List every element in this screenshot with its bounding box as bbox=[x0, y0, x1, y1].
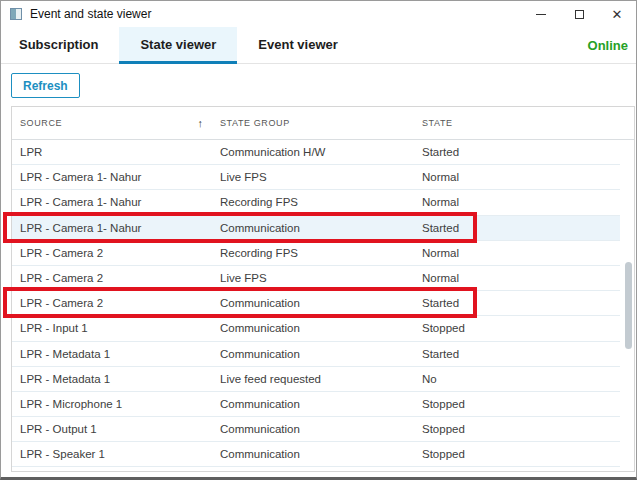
close-button[interactable]: ✕ bbox=[598, 1, 636, 27]
table-body: LPR Communication H/W Started LPR - Came… bbox=[12, 140, 620, 467]
app-icon bbox=[10, 8, 22, 20]
minimize-icon bbox=[536, 14, 546, 15]
cell-state-group: Recording FPS bbox=[212, 196, 414, 208]
cell-state-group: Communication bbox=[212, 398, 414, 410]
cell-state-group: Recording FPS bbox=[212, 247, 414, 259]
state-table: SOURCE ↑ STATE GROUP STATE LPR Communica… bbox=[11, 106, 635, 472]
minimize-button[interactable] bbox=[522, 1, 560, 27]
tab-subscription[interactable]: Subscription bbox=[1, 27, 119, 64]
cell-source: LPR - Microphone 1 bbox=[12, 398, 212, 410]
cell-state-group: Communication H/W bbox=[212, 146, 414, 158]
cell-state: Started bbox=[414, 348, 620, 360]
maximize-icon bbox=[575, 10, 584, 19]
window-title: Event and state viewer bbox=[30, 7, 151, 21]
column-header-state[interactable]: STATE bbox=[414, 118, 634, 128]
cell-source: LPR - Speaker 1 bbox=[12, 448, 212, 460]
table-row[interactable]: LPR - Camera 2 Recording FPS Normal bbox=[12, 241, 620, 266]
sort-ascending-icon: ↑ bbox=[198, 117, 204, 129]
cell-state-group: Communication bbox=[212, 423, 414, 435]
cell-source: LPR - Metadata 1 bbox=[12, 348, 212, 360]
cell-state: Normal bbox=[414, 196, 620, 208]
column-header-state-group[interactable]: STATE GROUP bbox=[212, 118, 414, 128]
cell-state: Normal bbox=[414, 171, 620, 183]
cell-state: Stopped bbox=[414, 448, 620, 460]
cell-state: Started bbox=[414, 222, 620, 234]
cell-state: Stopped bbox=[414, 423, 620, 435]
cell-source: LPR bbox=[12, 146, 212, 158]
cell-source: LPR - Camera 2 bbox=[12, 247, 212, 259]
refresh-button[interactable]: Refresh bbox=[11, 73, 80, 98]
toolbar: Refresh bbox=[1, 64, 636, 106]
maximize-button[interactable] bbox=[560, 1, 598, 27]
tab-event-viewer[interactable]: Event viewer bbox=[237, 27, 359, 64]
cell-state: Stopped bbox=[414, 322, 620, 334]
cell-state-group: Live FPS bbox=[212, 272, 414, 284]
column-header-source[interactable]: SOURCE ↑ bbox=[12, 117, 212, 129]
cell-state: Stopped bbox=[414, 398, 620, 410]
table-row[interactable]: LPR - Metadata 1 Live feed requested No bbox=[12, 367, 620, 392]
table-row[interactable]: LPR Communication H/W Started bbox=[12, 140, 620, 165]
cell-state: Started bbox=[414, 146, 620, 158]
cell-source: LPR - Camera 2 bbox=[12, 297, 212, 309]
cell-state: Started bbox=[414, 297, 620, 309]
cell-state: Normal bbox=[414, 272, 620, 284]
cell-state-group: Communication bbox=[212, 297, 414, 309]
titlebar: Event and state viewer ✕ bbox=[1, 1, 636, 27]
cell-source: LPR - Camera 1- Nahur bbox=[12, 171, 212, 183]
vertical-scrollbar-thumb[interactable] bbox=[625, 262, 632, 349]
event-and-state-viewer-window: Event and state viewer ✕ Subscription St… bbox=[0, 0, 637, 480]
cell-state-group: Communication bbox=[212, 322, 414, 334]
window-controls: ✕ bbox=[522, 1, 636, 27]
table-row[interactable]: LPR - Output 1 Communication Stopped bbox=[12, 417, 620, 442]
table-row[interactable]: LPR - Camera 2 Communication Started bbox=[12, 291, 620, 316]
table-row[interactable]: LPR - Speaker 1 Communication Stopped bbox=[12, 442, 620, 467]
cell-state-group: Communication bbox=[212, 448, 414, 460]
cell-source: LPR - Output 1 bbox=[12, 423, 212, 435]
cell-state-group: Communication bbox=[212, 222, 414, 234]
cell-state: Normal bbox=[414, 247, 620, 259]
close-icon: ✕ bbox=[612, 8, 623, 21]
cell-source: LPR - Input 1 bbox=[12, 322, 212, 334]
table-header: SOURCE ↑ STATE GROUP STATE bbox=[12, 107, 634, 140]
cell-state-group: Live feed requested bbox=[212, 373, 414, 385]
table-row[interactable]: LPR - Input 1 Communication Stopped bbox=[12, 316, 620, 341]
cell-state-group: Communication bbox=[212, 348, 414, 360]
table-row[interactable]: LPR - Camera 1- Nahur Live FPS Normal bbox=[12, 165, 620, 190]
cell-source: LPR - Camera 2 bbox=[12, 272, 212, 284]
tab-bar: Subscription State viewer Event viewer O… bbox=[1, 27, 636, 64]
cell-source: LPR - Camera 1- Nahur bbox=[12, 222, 212, 234]
cell-source: LPR - Camera 1- Nahur bbox=[12, 196, 212, 208]
table-row[interactable]: LPR - Camera 1- Nahur Recording FPS Norm… bbox=[12, 190, 620, 215]
cell-state-group: Live FPS bbox=[212, 171, 414, 183]
table-row[interactable]: LPR - Camera 2 Live FPS Normal bbox=[12, 266, 620, 291]
table-row[interactable]: LPR - Microphone 1 Communication Stopped bbox=[12, 392, 620, 417]
cell-source: LPR - Metadata 1 bbox=[12, 373, 212, 385]
status-badge: Online bbox=[588, 27, 628, 63]
table-row[interactable]: LPR - Camera 1- Nahur Communication Star… bbox=[12, 216, 620, 241]
tab-state-viewer[interactable]: State viewer bbox=[119, 27, 237, 64]
cell-state: No bbox=[414, 373, 620, 385]
table-row[interactable]: LPR - Metadata 1 Communication Started bbox=[12, 342, 620, 367]
